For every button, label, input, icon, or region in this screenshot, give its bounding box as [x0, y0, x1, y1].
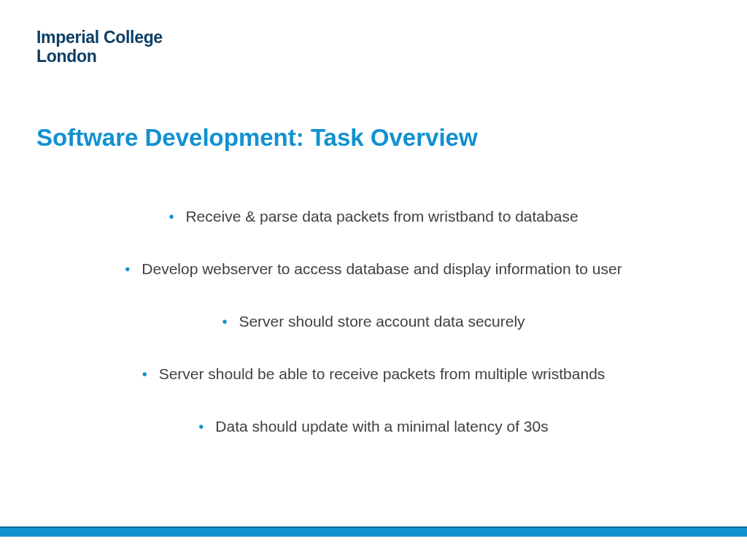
institution-logo: Imperial College London — [36, 28, 163, 66]
bullet-icon: • — [222, 314, 227, 329]
list-item: • Server should be able to receive packe… — [142, 365, 605, 383]
list-item: • Develop webserver to access database a… — [125, 260, 622, 278]
bullet-icon: • — [125, 262, 130, 276]
logo-line-2: London — [36, 47, 163, 66]
list-item-text: Receive & parse data packets from wristb… — [185, 208, 578, 225]
list-item: • Receive & parse data packets from wris… — [169, 208, 578, 225]
list-item: • Server should store account data secur… — [222, 313, 525, 330]
bullet-icon: • — [142, 367, 147, 381]
bullet-icon: • — [198, 419, 204, 434]
list-item: • Data should update with a minimal late… — [198, 418, 548, 435]
bullet-list: • Receive & parse data packets from wris… — [0, 208, 747, 470]
list-item-text: Server should store account data securel… — [239, 313, 525, 330]
bullet-icon: • — [169, 209, 174, 224]
list-item-text: Data should update with a minimal latenc… — [215, 418, 548, 435]
logo-line-1: Imperial College — [36, 28, 163, 47]
footer-accent-bar — [0, 526, 747, 537]
list-item-text: Develop webserver to access database and… — [142, 260, 622, 278]
list-item-text: Server should be able to receive packets… — [159, 365, 605, 383]
slide-title: Software Development: Task Overview — [36, 124, 478, 152]
